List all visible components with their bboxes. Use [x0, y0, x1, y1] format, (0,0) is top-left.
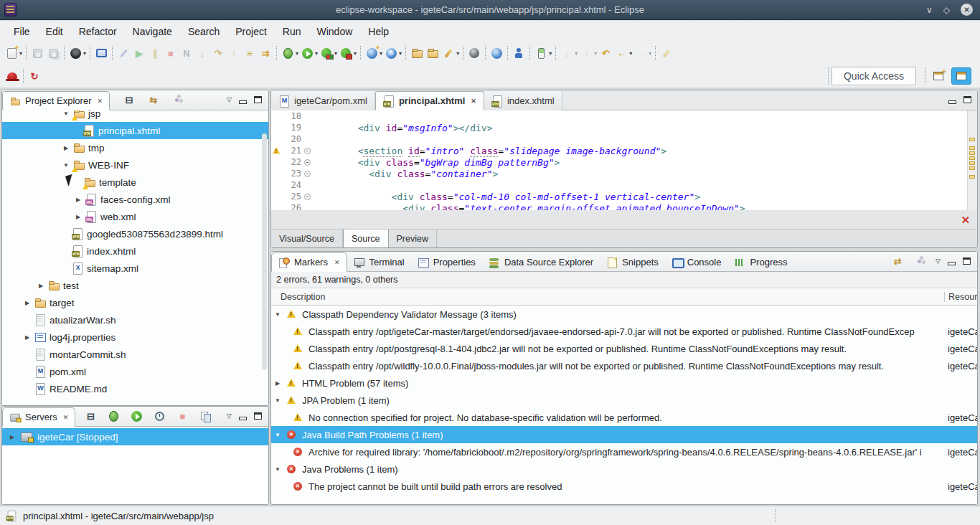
close-icon[interactable]: ✕ [471, 98, 476, 105]
tb-open-console[interactable] [93, 45, 109, 61]
tb-pin-editor[interactable] [659, 45, 674, 61]
subtab-source[interactable]: Source [343, 230, 389, 247]
tb-web-browser[interactable] [489, 45, 504, 61]
tb-open-resource[interactable] [466, 45, 482, 61]
twistie-expanded-icon[interactable]: ▼ [273, 397, 282, 404]
marker-row[interactable]: ▼JPA Problem (1 item) [271, 392, 977, 409]
tree-item-README.md[interactable]: WREADME.md [2, 380, 268, 397]
twistie-collapsed-icon[interactable]: ▶ [273, 380, 282, 387]
tree-item-WEB-INF[interactable]: ▼WEB-INF [2, 156, 268, 174]
minimize-view-icon[interactable] [239, 417, 247, 420]
tree-item-target[interactable]: ▶target [2, 294, 268, 311]
tree-item-test[interactable]: ▶test [2, 277, 268, 294]
menu-window[interactable]: Window [309, 23, 361, 40]
twistie-expanded-icon[interactable]: ▼ [62, 162, 70, 169]
twistie-collapsed-icon[interactable]: ▶ [37, 283, 45, 289]
tb-step-over[interactable]: ↷ [210, 45, 226, 61]
menu-navigate[interactable]: Navigate [125, 23, 180, 40]
tb-account[interactable]: ▾ [67, 45, 87, 61]
tree-item-faces-config.xml[interactable]: ▶XMLfaces-config.xml [2, 191, 268, 208]
twistie-expanded-icon[interactable]: ▼ [273, 466, 282, 473]
marker-row[interactable]: ▶HTML Problem (57 items) [271, 374, 977, 392]
code-editor[interactable]: 1819 <div id="msgInfo"></div>2021 <secti… [271, 110, 967, 210]
servers-list[interactable]: ▶igeteCar [Stopped] [2, 427, 268, 504]
close-icon[interactable]: ✕ [97, 98, 103, 105]
tb-import[interactable] [409, 45, 425, 61]
view-menu-icon[interactable]: ▽ [227, 412, 232, 420]
tree-item-googled530875563d23899.html[interactable]: HTMgoogled530875563d23899.html [2, 225, 268, 242]
tb-step-return[interactable]: ↑ [226, 45, 242, 61]
tb-save-all[interactable] [45, 45, 61, 61]
editor-tab-pom.xml[interactable]: MigeteCar/pom.xml [271, 91, 375, 110]
tb-new[interactable]: ▾ [4, 45, 23, 61]
marker-row[interactable]: No connection specified for project. No … [271, 409, 977, 426]
marker-row[interactable]: Classpath entry /opt/postgresql-8.1-404.… [271, 340, 977, 357]
view-menu-icon[interactable]: ▽ [227, 96, 232, 103]
marker-row[interactable]: ▼Java Problems (1 item) [271, 460, 977, 478]
warning-mark[interactable] [969, 175, 975, 179]
marker-row[interactable]: Archive for required library: '/home/fab… [271, 443, 977, 460]
tb-debug-server[interactable] [105, 408, 121, 424]
subtab-visual-source[interactable]: Visual/Source [271, 230, 343, 247]
menu-project[interactable]: Project [227, 23, 275, 40]
fold-collapse-icon[interactable] [304, 159, 311, 166]
server-item[interactable]: ▶igeteCar [Stopped] [2, 428, 268, 445]
column-resource[interactable]: Resource [944, 292, 977, 302]
tb-link-with-editor[interactable]: ⇆ [146, 92, 161, 108]
tb-sync-filter[interactable]: ⇄ [890, 253, 905, 269]
tb-jboss-central[interactable] [4, 68, 20, 84]
tb-mark-occurrences[interactable] [116, 45, 131, 61]
tb-view-filters[interactable] [170, 92, 186, 108]
subtab-preview[interactable]: Preview [389, 230, 437, 247]
tab-servers[interactable]: Servers ✕ [2, 407, 75, 427]
tab-project-explorer[interactable]: Project Explorer ✕ [2, 91, 110, 110]
twistie-collapsed-icon[interactable]: ▶ [74, 197, 83, 203]
tab-markers[interactable]: Markers✕ [271, 252, 347, 272]
menu-file[interactable]: File [6, 23, 38, 40]
javaee-perspective-button[interactable] [951, 67, 971, 85]
tb-disconnect[interactable]: N [179, 45, 194, 61]
tree-item-template[interactable]: template [2, 174, 268, 191]
marker-row[interactable]: The project cannot be built until build … [271, 478, 977, 495]
overview-ruler[interactable] [967, 110, 977, 210]
fold-collapse-icon[interactable] [304, 148, 311, 154]
twistie-collapsed-icon[interactable]: ▶ [62, 145, 70, 151]
tb-save[interactable] [29, 45, 45, 61]
menu-search[interactable]: Search [180, 23, 227, 40]
tb-new-service[interactable]: ▾ [383, 45, 402, 61]
tb-open-type[interactable] [511, 45, 527, 61]
tb-export[interactable] [425, 45, 440, 61]
minimize-view-icon[interactable] [239, 100, 247, 104]
tb-suspend[interactable]: ∥ [147, 45, 163, 61]
twistie-collapsed-icon[interactable]: ▶ [23, 334, 32, 341]
tb-refresh[interactable]: ↻ [27, 68, 42, 84]
editor-tab-index.xhtml[interactable]: HTMindex.xhtml [484, 91, 562, 110]
error-close-icon[interactable]: ✕ [961, 214, 970, 227]
menu-run[interactable]: Run [275, 23, 309, 40]
tree-item-sitemap.xml[interactable]: Xsitemap.xml [2, 260, 268, 277]
maximize-view-icon[interactable] [963, 257, 971, 265]
tb-collapse-all[interactable]: ⊟ [121, 92, 137, 108]
tab-snippets[interactable]: Snippets [600, 252, 665, 272]
marker-row[interactable]: ▼Java Build Path Problems (1 item) [271, 426, 977, 443]
tb-run[interactable]: ▾ [299, 45, 319, 61]
menu-help[interactable]: Help [360, 23, 397, 40]
project-explorer-tree[interactable]: ▼jspHTMprincipal.xhtml▶tmp▼WEB-INFtempla… [2, 110, 268, 405]
warning-mark[interactable] [969, 138, 975, 141]
quick-access-box[interactable]: Quick Access [831, 67, 916, 85]
fold-collapse-icon[interactable] [304, 194, 311, 200]
tree-item-pom.xml[interactable]: Mpom.xml [2, 363, 268, 380]
markers-table[interactable]: ▼Classpath Dependency Validator Message … [271, 306, 977, 495]
marker-row[interactable]: Classpath entry /opt/igeteCar-master/tar… [271, 323, 977, 340]
warning-mark[interactable] [969, 156, 975, 160]
tree-item-index.xhtml[interactable]: HTMindex.xhtml [2, 242, 268, 260]
tree-item-tmp[interactable]: ▶tmp [2, 139, 268, 156]
maximize-window-icon[interactable]: ◇ [943, 5, 950, 15]
warning-mark[interactable] [969, 151, 975, 155]
tb-forward[interactable]: →▾ [633, 45, 652, 61]
tb-start-server[interactable] [128, 408, 144, 424]
twistie-collapsed-icon[interactable]: ▶ [23, 300, 32, 306]
tab-console[interactable]: Console [665, 252, 728, 272]
tb-publish[interactable] [197, 408, 213, 424]
tb-debug[interactable]: ▾ [280, 45, 299, 61]
